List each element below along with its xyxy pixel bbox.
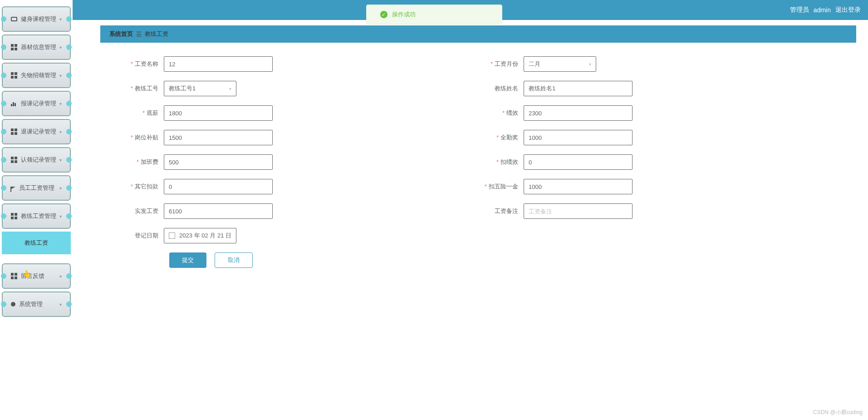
chevron-down-icon: ▾	[59, 129, 62, 134]
chart-icon	[11, 101, 17, 106]
attendance-bonus-input[interactable]	[524, 130, 633, 145]
label-actual-pay: 实发工资	[118, 207, 164, 215]
sidebar-item-feedback[interactable]: 留言反馈 ▾ 👆	[2, 263, 71, 289]
sidebar-subitem-coach-salary[interactable]: 教练工资	[2, 232, 71, 254]
chevron-down-icon: ▾	[59, 214, 62, 219]
check-icon: ✓	[380, 11, 387, 18]
sidebar: 健身课程管理 ▾ 器材信息管理 ▾ 失物招领管理 ▾ 报课记录管理 ▾ 退课记录…	[0, 0, 73, 291]
username[interactable]: admin	[814, 6, 831, 14]
label-insurance: 扣五险一金	[478, 183, 524, 191]
grid-icon	[11, 72, 17, 79]
sidebar-subitem-label: 教练工资	[25, 239, 48, 247]
submit-button[interactable]: 提交	[169, 252, 206, 268]
grid-icon	[11, 157, 17, 163]
menu-icon	[137, 32, 141, 36]
sidebar-item-lostfound[interactable]: 失物招领管理 ▾	[2, 63, 71, 88]
reg-date-picker[interactable]: 2023 年 02 月 21 日	[164, 228, 236, 243]
cancel-button[interactable]: 取消	[215, 252, 253, 268]
toast-text: 操作成功	[392, 10, 416, 19]
sidebar-item-label: 留言反馈	[21, 272, 59, 280]
sidebar-item-label: 员工工资管理	[19, 184, 59, 192]
breadcrumb: 系统首页 教练工资	[100, 25, 856, 43]
coach-id-select[interactable]: 教练工号1 ▾	[164, 81, 236, 96]
calendar-icon	[169, 232, 175, 239]
label-other-deduct: 其它扣款	[118, 183, 164, 191]
chevron-down-icon: ▾	[589, 62, 591, 67]
deduct-perf-input[interactable]	[524, 154, 633, 170]
label-post-subsidy: 岗位补贴	[118, 133, 164, 142]
monitor-icon	[11, 17, 17, 21]
salary-form: 工资名称 教练工号 教练工号1 ▾ 底薪 岗位补贴 加班费	[100, 43, 856, 282]
sidebar-item-claim[interactable]: 认领记录管理 ▾	[2, 147, 71, 173]
salary-name-input[interactable]	[164, 56, 273, 72]
sidebar-item-staff-salary[interactable]: 员工工资管理 ▾	[2, 175, 71, 201]
remark-input[interactable]	[524, 203, 633, 219]
base-salary-input[interactable]	[164, 105, 273, 121]
role-label: 管理员	[790, 6, 809, 14]
label-salary-name: 工资名称	[118, 60, 164, 68]
other-deduct-input[interactable]	[164, 179, 273, 194]
chevron-down-icon: ▾	[59, 17, 62, 22]
sidebar-item-label: 退课记录管理	[21, 128, 59, 136]
success-toast: ✓ 操作成功	[366, 5, 502, 25]
label-coach-id: 教练工号	[118, 84, 164, 93]
chevron-down-icon: ▾	[59, 73, 62, 78]
chevron-down-icon: ▾	[59, 45, 62, 50]
grid-icon	[11, 128, 17, 135]
actual-pay-input[interactable]	[164, 203, 273, 219]
sidebar-item-label: 认领记录管理	[21, 156, 59, 164]
grid-icon	[11, 273, 17, 279]
breadcrumb-current: 教练工资	[145, 30, 168, 38]
label-salary-month: 工资月份	[478, 60, 524, 68]
performance-input[interactable]	[524, 105, 633, 121]
chevron-down-icon: ▾	[229, 86, 231, 91]
insurance-input[interactable]	[524, 179, 633, 194]
select-value: 二月	[529, 60, 540, 68]
post-subsidy-input[interactable]	[164, 130, 273, 145]
sidebar-item-course[interactable]: 健身课程管理 ▾	[2, 6, 71, 32]
label-coach-name: 教练姓名	[478, 84, 524, 93]
grid-icon	[11, 213, 17, 219]
grid-icon	[11, 44, 17, 50]
sidebar-item-label: 器材信息管理	[21, 43, 59, 51]
date-value: 2023 年 02 月 21 日	[179, 232, 231, 240]
flag-icon	[11, 187, 15, 189]
sidebar-item-label: 报课记录管理	[21, 99, 59, 108]
label-reg-date: 登记日期	[118, 232, 164, 240]
sidebar-item-label: 失物招领管理	[21, 71, 59, 79]
chevron-down-icon: ▾	[59, 274, 62, 279]
sidebar-item-unenroll[interactable]: 退课记录管理 ▾	[2, 119, 71, 144]
breadcrumb-home[interactable]: 系统首页	[109, 30, 133, 38]
user-info: 管理员 admin 退出登录	[790, 6, 861, 14]
sidebar-item-label: 健身课程管理	[21, 15, 59, 23]
salary-month-select[interactable]: 二月 ▾	[524, 56, 596, 72]
chevron-down-icon: ▾	[59, 101, 62, 106]
overtime-input[interactable]	[164, 154, 273, 170]
label-base-salary: 底薪	[118, 109, 164, 117]
chevron-down-icon: ▾	[59, 158, 62, 163]
label-deduct-perf: 扣绩效	[478, 158, 524, 166]
label-attendance-bonus: 全勤奖	[478, 133, 524, 142]
coach-name-input[interactable]	[524, 81, 633, 96]
label-performance: 绩效	[478, 109, 524, 117]
logout-link[interactable]: 退出登录	[835, 6, 861, 14]
label-overtime: 加班费	[118, 158, 164, 166]
sidebar-item-equipment[interactable]: 器材信息管理 ▾	[2, 35, 71, 60]
sidebar-item-coach-salary[interactable]: 教练工资管理 ▾	[2, 203, 71, 229]
select-value: 教练工号1	[169, 84, 196, 93]
sidebar-item-label: 教练工资管理	[21, 212, 59, 220]
label-remark: 工资备注	[478, 207, 524, 215]
main-content: 系统首页 教练工资 工资名称 教练工号 教练工号1 ▾ 底薪 岗位补贴	[75, 20, 868, 291]
sidebar-item-enroll[interactable]: 报课记录管理 ▾	[2, 91, 71, 116]
chevron-down-icon: ▾	[59, 186, 62, 191]
